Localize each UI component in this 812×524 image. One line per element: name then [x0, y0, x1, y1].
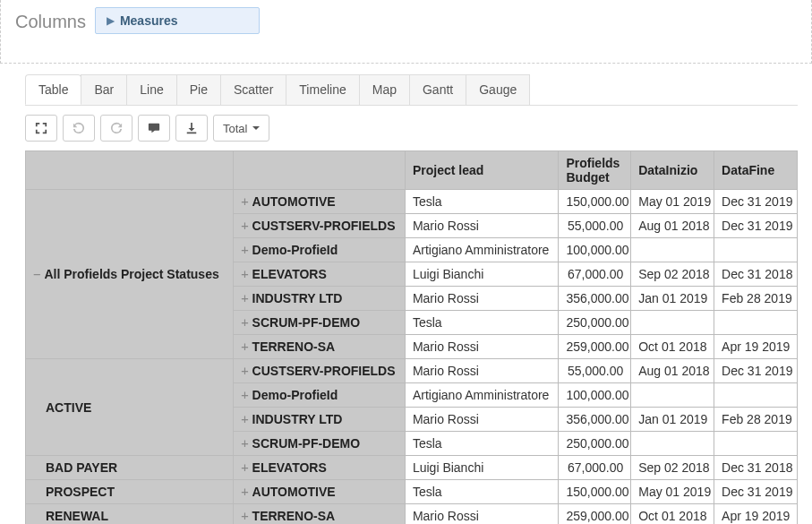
pivot-table: Project lead Profields Budget DataInizio… [25, 150, 798, 524]
download-button[interactable] [175, 115, 208, 142]
project-cell[interactable]: +AUTOMOTIVE [234, 480, 406, 504]
project-label: ELEVATORS [252, 460, 327, 475]
budget-cell: 150,000.00 [559, 480, 631, 504]
budget-cell: 67,000.00 [559, 262, 631, 287]
budget-cell: 356,000.00 [559, 408, 631, 432]
datafine-cell: Feb 28 2019 [714, 287, 798, 311]
report-panel: TableBarLinePieScatterTimelineMapGanttGa… [0, 64, 812, 524]
header-budget[interactable]: Profields Budget [559, 151, 631, 190]
datainizio-cell: Sep 02 2018 [631, 456, 714, 480]
project-cell[interactable]: +TERRENO-SA [234, 504, 406, 525]
tab-map[interactable]: Map [359, 74, 410, 105]
expand-icon[interactable]: + [241, 291, 248, 305]
columns-drop-zone[interactable]: Columns ▶ Measures [0, 0, 812, 64]
datainizio-cell [631, 311, 714, 335]
datafine-cell [714, 311, 798, 335]
status-cell[interactable]: −All Profields Project Statuses [26, 190, 234, 359]
redo-button[interactable] [100, 115, 132, 142]
expand-icon[interactable]: + [241, 339, 248, 354]
status-cell[interactable]: PROSPECT [26, 480, 234, 504]
datainizio-cell: Sep 02 2018 [631, 262, 714, 287]
tab-scatter[interactable]: Scatter [220, 74, 286, 105]
expand-icon[interactable]: + [241, 412, 248, 426]
tab-gauge[interactable]: Gauge [466, 74, 530, 105]
datafine-cell [714, 432, 798, 456]
project-cell[interactable]: +ELEVATORS [234, 262, 406, 287]
project-cell[interactable]: +SCRUM-PF-DEMO [234, 311, 406, 335]
tab-line[interactable]: Line [126, 74, 176, 105]
speech-bubble-icon [148, 122, 160, 134]
caret-down-icon [252, 126, 260, 130]
project-cell[interactable]: +TERRENO-SA [234, 335, 406, 359]
datafine-cell: Dec 31 2018 [714, 456, 798, 480]
project-cell[interactable]: +ELEVATORS [234, 456, 406, 480]
datafine-cell: Apr 19 2019 [714, 504, 798, 525]
status-label: All Profields Project Statuses [44, 267, 218, 281]
header-datafine[interactable]: DataFine [714, 151, 798, 190]
project-label: CUSTSERV-PROFIELDS [252, 219, 396, 233]
budget-cell: 250,000.00 [559, 311, 631, 335]
project-cell[interactable]: +AUTOMOTIVE [234, 190, 406, 214]
project-cell[interactable]: +CUSTSERV-PROFIELDS [234, 214, 406, 238]
project-cell[interactable]: +CUSTSERV-PROFIELDS [234, 359, 406, 383]
expand-icon[interactable]: + [241, 243, 248, 257]
tab-timeline[interactable]: Timeline [286, 74, 359, 105]
lead-cell: Tesla [405, 432, 559, 456]
datainizio-cell: Jan 01 2019 [631, 287, 714, 311]
expand-icon[interactable]: + [241, 436, 248, 451]
expand-icon[interactable]: + [241, 485, 248, 499]
lead-cell: Mario Rossi [405, 287, 559, 311]
table-row: RENEWAL+TERRENO-SAMario Rossi259,000.00O… [26, 504, 798, 525]
expand-icon[interactable]: + [241, 509, 248, 523]
table-row: ACTIVE+CUSTSERV-PROFIELDSMario Rossi55,0… [26, 359, 798, 383]
measures-chip[interactable]: ▶ Measures [95, 7, 260, 34]
tab-table[interactable]: Table [25, 74, 81, 105]
expand-icon[interactable]: + [241, 315, 248, 330]
header-blank-2[interactable] [234, 151, 406, 190]
lead-cell: Mario Rossi [405, 504, 559, 525]
lead-cell: Artigiano Amministratore [405, 238, 559, 262]
comment-button[interactable] [138, 115, 170, 142]
expand-icon[interactable]: + [241, 267, 248, 281]
tab-bar[interactable]: Bar [81, 74, 127, 105]
project-label: AUTOMOTIVE [252, 485, 336, 499]
header-lead[interactable]: Project lead [405, 151, 559, 190]
datainizio-cell: Jan 01 2019 [631, 408, 714, 432]
project-cell[interactable]: +INDUSTRY LTD [234, 287, 406, 311]
project-label: Demo-ProfieId [252, 243, 338, 257]
expand-icon[interactable]: + [241, 388, 248, 402]
project-label: SCRUM-PF-DEMO [252, 315, 361, 330]
total-dropdown[interactable]: Total [213, 115, 269, 142]
header-datainizio[interactable]: DataInizio [631, 151, 714, 190]
undo-button[interactable] [63, 115, 95, 142]
project-cell[interactable]: +Demo-ProfieId [234, 238, 406, 262]
expand-icon[interactable]: + [241, 364, 248, 378]
datainizio-cell: May 01 2019 [631, 190, 714, 214]
header-row: Project lead Profields Budget DataInizio… [26, 151, 798, 190]
lead-cell: Mario Rossi [405, 335, 559, 359]
datainizio-cell [631, 432, 714, 456]
datainizio-cell: Oct 01 2018 [631, 335, 714, 359]
budget-cell: 55,000.00 [559, 214, 631, 238]
project-cell[interactable]: +INDUSTRY LTD [234, 408, 406, 432]
project-cell[interactable]: +SCRUM-PF-DEMO [234, 432, 406, 456]
fullscreen-button[interactable] [25, 115, 57, 142]
budget-cell: 250,000.00 [559, 432, 631, 456]
collapse-icon[interactable]: − [33, 267, 40, 281]
chevron-right-icon: ▶ [107, 14, 115, 27]
project-cell[interactable]: +Demo-ProfieId [234, 383, 406, 408]
status-cell[interactable]: RENEWAL [26, 504, 234, 525]
expand-icon[interactable]: + [241, 194, 248, 209]
lead-cell: Artigiano Amministratore [405, 383, 559, 408]
tab-gantt[interactable]: Gantt [409, 74, 466, 105]
status-cell[interactable]: ACTIVE [26, 359, 234, 456]
expand-icon[interactable]: + [241, 460, 248, 475]
datafine-cell: Apr 19 2019 [714, 335, 798, 359]
datafine-cell: Feb 28 2019 [714, 408, 798, 432]
tab-pie[interactable]: Pie [176, 74, 221, 105]
header-blank-1[interactable] [26, 151, 234, 190]
lead-cell: Tesla [405, 311, 559, 335]
status-cell[interactable]: BAD PAYER [26, 456, 234, 480]
expand-icon[interactable]: + [241, 219, 248, 233]
datafine-cell [714, 238, 798, 262]
